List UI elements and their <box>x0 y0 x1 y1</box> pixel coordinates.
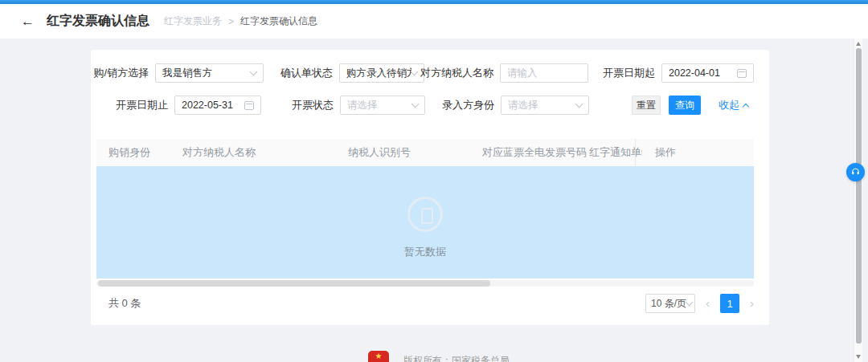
confirm-status-label: 确认单状态 <box>280 63 333 83</box>
customer-service-button[interactable] <box>846 163 865 181</box>
calendar-icon <box>737 69 747 78</box>
breadcrumb-parent[interactable]: 红字发票业务 <box>164 14 222 28</box>
entry-identity-select[interactable]: 请选择 <box>501 96 589 115</box>
content-card: 购/销方选择 我是销售方 确认单状态 购方录入待销方... 对方纳税人名称 开票… <box>91 50 769 325</box>
column-header-identity: 购销身份 <box>108 139 150 166</box>
chevron-down-icon <box>411 100 420 108</box>
page-1-button[interactable]: 1 <box>720 294 739 313</box>
invoice-date-start-picker[interactable]: 2022-04-01 <box>661 63 754 83</box>
chevron-down-icon <box>686 299 694 307</box>
star-icon: ★ <box>375 351 383 362</box>
invoice-date-end-picker[interactable]: 2022-05-31 <box>174 96 261 115</box>
page-header: ← 红字发票确认信息 红字发票业务 > 红字发票确认信息 <box>0 4 868 39</box>
collapse-label: 收起 <box>719 98 739 112</box>
invoice-date-end-label: 开票日期止 <box>116 96 168 115</box>
scroll-down-icon[interactable] <box>856 355 861 359</box>
next-page-button[interactable]: › <box>750 294 754 313</box>
filter-entry-identity: 录入方身份 请选择 <box>501 96 589 115</box>
chevron-down-icon <box>575 100 583 108</box>
chevron-down-icon <box>250 68 258 76</box>
footer-copyright: 版权所有：国家税务总局 <box>403 354 510 362</box>
entry-identity-label: 录入方身份 <box>442 96 494 115</box>
calendar-icon <box>244 101 254 110</box>
column-header-actions: 操作 <box>655 139 676 166</box>
filter-counterparty-name: 对方纳税人名称 <box>500 63 588 83</box>
back-icon[interactable]: ← <box>21 14 35 28</box>
invoice-date-start-label: 开票日期起 <box>603 63 655 83</box>
filter-buyer-seller: 购/销方选择 我是销售方 <box>155 63 264 83</box>
prev-page-button[interactable]: ‹ <box>706 294 710 313</box>
chevron-down-icon <box>411 68 419 76</box>
column-header-blue-invoice-no: 对应蓝票全电发票号码 <box>482 139 587 166</box>
query-button[interactable]: 查询 <box>669 96 701 115</box>
no-data-text: 暂无数据 <box>404 245 446 259</box>
total-count: 共 0 条 <box>108 294 141 313</box>
no-data-icon <box>407 197 443 232</box>
scroll-up-icon[interactable] <box>856 42 861 46</box>
buyer-seller-label: 购/销方选择 <box>93 63 149 83</box>
filter-invoice-date-start: 开票日期起 2022-04-01 <box>661 63 754 83</box>
reset-button[interactable]: 重置 <box>632 96 661 115</box>
red-invoice-confirmation-page: { "header": { "back_icon": "←", "title":… <box>0 0 868 362</box>
vertical-scrollbar <box>854 39 862 362</box>
filter-confirm-status: 确认单状态 购方录入待销方... <box>339 63 424 83</box>
confirm-status-select[interactable]: 购方录入待销方... <box>339 63 424 83</box>
table-empty-body: 暂无数据 <box>96 166 754 279</box>
table-header: 购销身份 对方纳税人名称 纳税人识别号 对应蓝票全电发票号码 红字通知单编号 操… <box>96 139 754 166</box>
breadcrumb-current: 红字发票确认信息 <box>240 14 317 28</box>
pagination: 10 条/页 ‹ 1 › <box>645 294 754 313</box>
footer-emblem: ★ <box>368 351 389 362</box>
filter-invoice-status: 开票状态 请选择 <box>340 96 425 115</box>
invoice-status-select[interactable]: 请选择 <box>340 96 425 115</box>
horizontal-scrollbar-thumb[interactable] <box>98 280 490 287</box>
counterparty-name-label: 对方纳税人名称 <box>420 63 493 83</box>
column-header-taxpayer-id: 纳税人识别号 <box>348 139 411 166</box>
buyer-seller-select[interactable]: 我是销售方 <box>155 63 264 83</box>
collapse-toggle[interactable]: 收起 <box>719 96 748 115</box>
page-title: 红字发票确认信息 <box>47 13 149 30</box>
breadcrumb-separator-icon: > <box>228 16 234 27</box>
headset-icon <box>850 167 861 177</box>
breadcrumb: 红字发票业务 > 红字发票确认信息 <box>164 14 317 28</box>
vertical-scrollbar-thumb[interactable] <box>856 48 862 344</box>
counterparty-name-input[interactable] <box>507 67 581 79</box>
invoice-status-label: 开票状态 <box>292 96 334 115</box>
filter-invoice-date-end: 开票日期止 2022-05-31 <box>174 96 261 115</box>
counterparty-name-input-wrap <box>500 63 588 83</box>
chevron-up-icon <box>743 103 749 109</box>
column-header-counterparty: 对方纳税人名称 <box>182 139 256 166</box>
page-size-select[interactable]: 10 条/页 <box>645 294 695 313</box>
fixed-column-divider <box>635 139 636 166</box>
horizontal-scrollbar <box>96 280 754 287</box>
